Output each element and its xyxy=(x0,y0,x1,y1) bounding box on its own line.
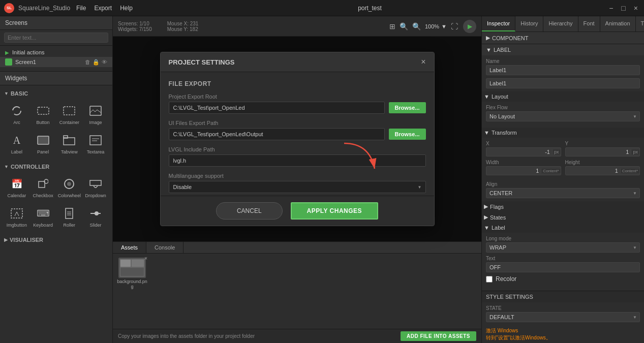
tab-hierarchy[interactable]: Hierarchy xyxy=(543,16,578,32)
visualiser-category-header[interactable]: ▶ VISUALISER xyxy=(4,236,108,244)
lock-icon[interactable]: 🔒 xyxy=(93,59,100,66)
menu-help[interactable]: Help xyxy=(120,5,133,12)
asset-close-icon[interactable]: × xyxy=(144,256,147,261)
svg-rect-21 xyxy=(120,268,144,276)
states-subsection-header[interactable]: ▶ States xyxy=(482,212,644,223)
tab-animation[interactable]: Animation xyxy=(600,16,636,32)
chevron-right-icon: ▶ xyxy=(484,214,488,221)
tab-assets[interactable]: Assets xyxy=(113,242,146,253)
tab-console[interactable]: Console xyxy=(146,242,183,253)
tab-inspector[interactable]: Inspector xyxy=(482,16,515,32)
play-button[interactable]: ▶ xyxy=(463,20,476,33)
width-input[interactable] xyxy=(486,167,541,175)
transform-subsection-header[interactable]: ▼ Transform xyxy=(482,128,644,138)
state-select[interactable]: DEFAULT xyxy=(486,312,640,322)
widget-colorwheel[interactable]: Colorwheel xyxy=(57,173,82,201)
text-label: Text xyxy=(486,256,640,261)
widget-checkbox[interactable]: Checkbox xyxy=(30,173,56,201)
zoom-out-icon[interactable]: 🔍 xyxy=(400,22,408,30)
apply-changes-button[interactable]: APPLY CHANGES xyxy=(291,202,379,220)
screen-icon xyxy=(5,58,12,66)
dropdown-label: Dropdown xyxy=(85,193,106,198)
states-label: States xyxy=(490,214,506,221)
flags-subsection-header[interactable]: ▶ Flags xyxy=(482,201,644,212)
label-value-input[interactable] xyxy=(486,78,640,88)
close-btn[interactable]: × xyxy=(632,4,640,12)
widget-container[interactable]: Container xyxy=(57,100,82,128)
toolbar-icons: ⊞ 🔍 🔍 100% ▼ ⛶ xyxy=(389,22,458,30)
zoom-control[interactable]: 100% ▼ xyxy=(425,23,447,29)
controller-category-header[interactable]: ▼ CONTROLLER xyxy=(4,163,108,171)
basic-category-header[interactable]: ▼ BASIC xyxy=(4,89,108,98)
widget-slider[interactable]: Slider xyxy=(83,202,108,231)
project-export-root-input[interactable] xyxy=(169,102,385,114)
text-input[interactable] xyxy=(486,262,640,272)
fullscreen-icon[interactable]: ⛶ xyxy=(451,22,458,30)
browse-btn-2[interactable]: Browse... xyxy=(389,129,426,140)
mouse-info: Mouse X: 231 Mouse Y: 182 xyxy=(167,21,199,32)
ui-files-export-input[interactable] xyxy=(169,128,385,140)
y-input[interactable] xyxy=(566,148,631,156)
widget-panel[interactable]: Panel xyxy=(30,129,56,158)
cancel-button[interactable]: CANCEL xyxy=(216,202,283,220)
eye-icon[interactable]: 👁 xyxy=(102,59,107,66)
zoom-in-icon[interactable]: 🔍 xyxy=(412,22,421,30)
grid-icon[interactable]: ⊞ xyxy=(389,22,395,30)
browse-btn-1[interactable]: Browse... xyxy=(389,102,426,113)
name-field: Name xyxy=(486,58,640,75)
height-input[interactable] xyxy=(566,167,620,175)
widget-label[interactable]: A Label xyxy=(4,129,29,158)
maximize-btn[interactable]: □ xyxy=(619,4,627,12)
x-unit: px xyxy=(552,149,561,154)
dropdown-icon xyxy=(87,176,104,192)
screen-list: ▶ Initial actions Screen1 🗑 🔒 👁 xyxy=(0,46,112,69)
screen-item-initial-actions[interactable]: ▶ Initial actions xyxy=(0,48,112,57)
widget-arc[interactable]: Arc xyxy=(4,100,29,128)
tab-themes[interactable]: Themes xyxy=(636,16,645,32)
flags-label: Flags xyxy=(490,204,504,210)
widget-image[interactable]: Image xyxy=(83,100,108,128)
menu-file[interactable]: File xyxy=(76,5,86,12)
minimize-btn[interactable]: − xyxy=(607,4,615,12)
long-mode-select[interactable]: WRAP xyxy=(486,242,640,253)
multilang-select[interactable]: Disable Enable xyxy=(169,181,426,193)
modal-close-button[interactable]: × xyxy=(421,57,425,67)
label-detail-header[interactable]: ▼ Label xyxy=(482,223,644,233)
widget-calendar[interactable]: 📅 Calendar xyxy=(4,173,29,201)
screen-item-screen1[interactable]: Screen1 🗑 🔒 👁 xyxy=(0,57,112,67)
label-section-header[interactable]: ▼ LABEL xyxy=(482,44,644,55)
add-file-button[interactable]: ADD FILE INTO ASSETS xyxy=(401,331,476,341)
component-section-header[interactable]: ▶ COMPONENT xyxy=(482,32,644,44)
trash-icon[interactable]: 🗑 xyxy=(85,59,90,66)
flex-flow-select[interactable]: No Layout xyxy=(486,111,640,121)
x-input[interactable] xyxy=(486,148,552,156)
inspector-content: ▶ COMPONENT ▼ LABEL Name xyxy=(482,32,644,343)
lvgl-include-input[interactable] xyxy=(169,154,426,167)
svg-rect-4 xyxy=(38,136,49,144)
widget-tabview[interactable]: Tabview xyxy=(57,129,82,158)
widget-keyboard[interactable]: ⌨ Keyboard xyxy=(30,202,56,231)
xy-row: X px Y px xyxy=(486,141,640,157)
zoom-dropdown-icon: ▼ xyxy=(441,23,447,29)
menu-export[interactable]: Export xyxy=(94,5,112,12)
component-section-label: COMPONENT xyxy=(492,35,529,41)
search-box xyxy=(0,30,112,46)
widget-imgbutton[interactable]: Imgbutton xyxy=(4,202,29,231)
widgets-header: Widgets xyxy=(0,71,112,85)
modal-overlay: PROJECT SETTINGS × FILE EXPORT Project E… xyxy=(113,37,481,241)
widget-roller[interactable]: Roller xyxy=(57,202,82,231)
main-layout: Screens ▶ Initial actions Screen1 🗑 🔒 👁 … xyxy=(0,16,644,343)
layout-subsection-header[interactable]: ▼ Layout xyxy=(482,91,644,102)
align-select[interactable]: CENTER xyxy=(486,188,640,198)
name-input[interactable] xyxy=(486,65,640,75)
asset-item-background[interactable]: × background.png xyxy=(117,258,147,289)
widget-dropdown[interactable]: Dropdown xyxy=(83,173,108,201)
state-field: STATE DEFAULT xyxy=(486,305,640,322)
search-input[interactable] xyxy=(4,33,108,43)
tab-font[interactable]: Font xyxy=(578,16,600,32)
widget-textarea[interactable]: Textarea xyxy=(83,129,108,158)
recolor-checkbox[interactable] xyxy=(486,276,493,283)
widget-button[interactable]: Button xyxy=(30,100,56,128)
tab-history[interactable]: History xyxy=(515,16,543,32)
transform-label: Transform xyxy=(492,130,517,136)
